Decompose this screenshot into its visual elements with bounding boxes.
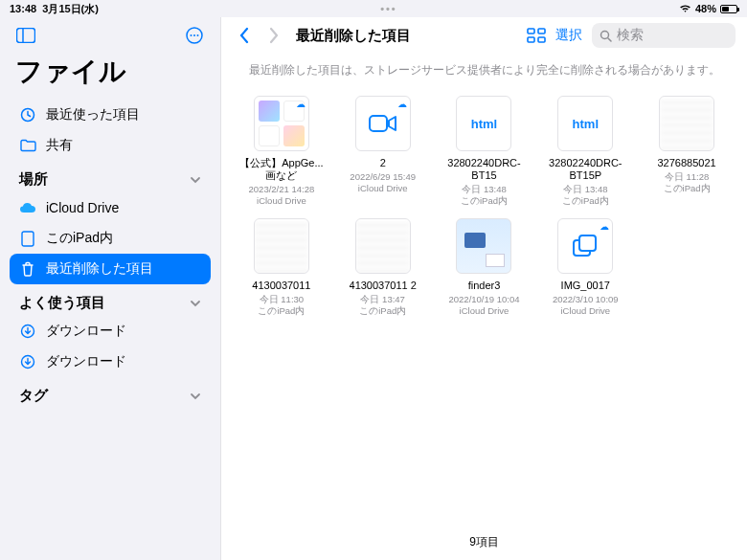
svg-rect-7 xyxy=(22,232,34,246)
search-icon xyxy=(600,30,612,42)
item-count-footer: 9項目 xyxy=(221,526,747,560)
search-input[interactable]: 検索 xyxy=(592,23,736,48)
file-name: 4130037011 xyxy=(252,280,310,292)
download-icon xyxy=(19,353,36,370)
page-title: 最近削除した項目 xyxy=(296,27,411,45)
download-icon xyxy=(19,323,36,340)
file-item[interactable]: ☁︎ 2 2022/6/29 15:49iCloud Drive xyxy=(334,92,432,211)
file-thumbnail xyxy=(659,96,714,151)
file-thumbnail xyxy=(254,218,309,274)
svg-point-3 xyxy=(191,34,192,36)
view-mode-button[interactable] xyxy=(527,28,546,43)
file-name: finder3 xyxy=(468,280,501,292)
html-icon: html xyxy=(573,117,599,131)
file-meta: 2022/10/19 10:04iCloud Drive xyxy=(449,294,520,317)
cloud-icon: ☁︎ xyxy=(600,221,609,232)
svg-point-5 xyxy=(197,34,199,36)
sidebar-item-on-ipad[interactable]: このiPad内 xyxy=(10,223,211,254)
svg-rect-0 xyxy=(17,29,35,43)
file-name: 32802240DRC-BT15P xyxy=(542,157,628,182)
sidebar-title: ファイル xyxy=(10,52,211,100)
sidebar-item-label: このiPad内 xyxy=(46,230,201,247)
file-thumbnail: html xyxy=(557,96,613,151)
sidebar-item-label: 最近使った項目 xyxy=(46,106,201,123)
svg-point-4 xyxy=(193,34,195,36)
file-name: 3276885021 xyxy=(658,157,716,169)
sidebar-item-label: iCloud Drive xyxy=(46,200,201,215)
file-item[interactable]: html 32802240DRC-BT15 今日 13:48このiPad内 xyxy=(436,92,533,211)
svg-rect-16 xyxy=(370,116,387,131)
file-item[interactable]: 4130037011 今日 11:30このiPad内 xyxy=(233,214,330,321)
file-item[interactable]: ☁︎ IMG_0017 2022/3/10 10:09iCloud Drive xyxy=(536,214,634,321)
file-meta: 2022/6/29 15:49iCloud Drive xyxy=(350,171,416,194)
main-pane: 最近削除した項目 選択 検索 最近削除した項目は、ストレージサービス提供者により… xyxy=(220,17,747,560)
sidebar-item-recently-deleted[interactable]: 最近削除した項目 xyxy=(10,254,211,284)
file-meta: 2023/2/21 14:28iCloud Drive xyxy=(249,184,315,207)
back-button[interactable] xyxy=(233,25,254,46)
file-item[interactable]: html 32802240DRC-BT15P 今日 13:48このiPad内 xyxy=(536,92,634,211)
file-meta: 今日 13:47このiPad内 xyxy=(359,294,406,317)
svg-rect-10 xyxy=(528,29,534,34)
chevron-down-icon xyxy=(190,392,201,400)
file-meta: 今日 11:28このiPad内 xyxy=(664,171,711,194)
file-thumbnail xyxy=(456,218,511,274)
html-icon: html xyxy=(471,117,497,131)
video-icon xyxy=(369,113,397,134)
status-time-date: 13:48 3月15日(水) xyxy=(10,2,99,16)
chevron-down-icon xyxy=(190,176,201,184)
sidebar: ファイル 最近使った項目 共有 場所 iCloud Drive このiPad内 … xyxy=(0,17,220,560)
icloud-icon xyxy=(19,199,36,216)
forward-button[interactable] xyxy=(263,25,284,46)
svg-rect-11 xyxy=(538,29,545,34)
ipad-icon xyxy=(19,230,36,247)
cloud-icon: ☁︎ xyxy=(397,99,407,109)
cloud-icon: ☁︎ xyxy=(296,99,306,109)
sidebar-item-label: 共有 xyxy=(46,137,201,154)
wifi-icon xyxy=(679,4,691,13)
multitask-dots[interactable]: ••• xyxy=(99,3,679,14)
file-item[interactable]: finder3 2022/10/19 10:04iCloud Drive xyxy=(436,214,533,321)
file-meta: 2022/3/10 10:09iCloud Drive xyxy=(553,294,619,317)
file-name: 【公式】AppGe...画など xyxy=(238,157,325,182)
select-button[interactable]: 選択 xyxy=(555,27,582,44)
file-item[interactable]: 3276885021 今日 11:28このiPad内 xyxy=(638,92,736,211)
file-item[interactable]: ☁︎ 【公式】AppGe...画など 2023/2/21 14:28iCloud… xyxy=(233,92,330,211)
sidebar-item-downloads[interactable]: ダウンロード xyxy=(10,316,211,347)
svg-rect-12 xyxy=(528,37,534,42)
battery-icon xyxy=(720,5,737,13)
sidebar-section-locations[interactable]: 場所 xyxy=(10,161,211,192)
sidebar-item-label: 最近削除した項目 xyxy=(46,260,201,278)
svg-rect-18 xyxy=(579,235,596,251)
more-icon[interactable] xyxy=(184,25,205,46)
status-right: 48% xyxy=(679,3,737,14)
file-name: 32802240DRC-BT15 xyxy=(441,157,527,182)
sidebar-item-label: ダウンロード xyxy=(46,353,201,370)
file-thumbnail: html xyxy=(456,96,511,151)
search-placeholder: 検索 xyxy=(617,27,644,44)
file-name: 4130037011 2 xyxy=(350,280,417,292)
trash-icon xyxy=(19,260,36,278)
folder-shared-icon xyxy=(19,137,36,154)
topbar: 最近削除した項目 選択 検索 xyxy=(221,17,747,55)
sidebar-item-downloads[interactable]: ダウンロード xyxy=(10,347,211,377)
file-name: IMG_0017 xyxy=(561,280,610,292)
status-bar: 13:48 3月15日(水) ••• 48% xyxy=(0,0,747,17)
svg-point-14 xyxy=(601,31,609,38)
sidebar-section-tags[interactable]: タグ xyxy=(10,377,211,409)
sidebar-item-icloud[interactable]: iCloud Drive xyxy=(10,192,211,223)
file-item[interactable]: 4130037011 2 今日 13:47このiPad内 xyxy=(334,214,432,321)
file-thumbnail: ☁︎ xyxy=(355,96,411,151)
sidebar-item-shared[interactable]: 共有 xyxy=(10,130,211,161)
file-name: 2 xyxy=(380,157,386,169)
file-meta: 今日 13:48このiPad内 xyxy=(562,184,609,207)
file-thumbnail: ☁︎ xyxy=(557,218,613,274)
sidebar-item-recents[interactable]: 最近使った項目 xyxy=(10,100,211,130)
copy-stack-icon xyxy=(571,234,600,258)
clock-icon xyxy=(19,106,36,123)
sidebar-section-favorites[interactable]: よく使う項目 xyxy=(10,284,211,316)
sidebar-toggle-icon[interactable] xyxy=(15,25,36,46)
file-thumbnail xyxy=(355,218,411,274)
file-meta: 今日 11:30このiPad内 xyxy=(258,294,305,317)
sidebar-item-label: ダウンロード xyxy=(46,323,201,340)
svg-line-15 xyxy=(608,38,611,41)
